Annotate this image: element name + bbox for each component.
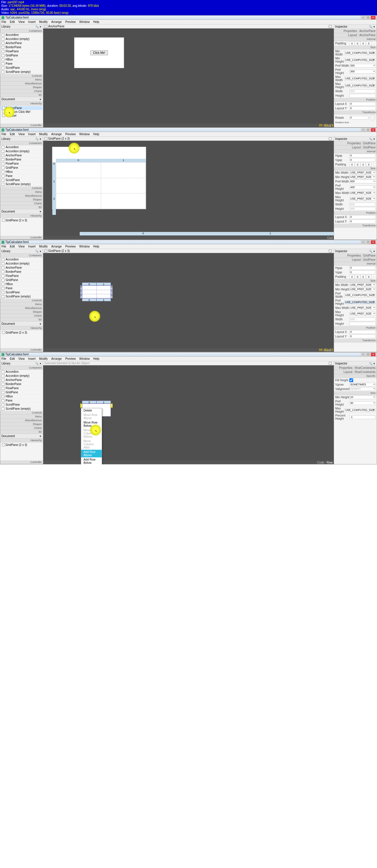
section-properties[interactable]: Properties : GridPane <box>334 142 377 146</box>
lib-item[interactable]: Pane <box>0 174 43 178</box>
titlebar[interactable]: TipCalculator.fxml − □ × <box>0 16 377 20</box>
layoutx-input[interactable]: 0 <box>349 330 376 334</box>
lib-item[interactable]: GridPane <box>0 54 43 58</box>
section-controls[interactable]: Controls <box>0 411 43 415</box>
section-shapes[interactable]: Shapes <box>0 423 43 426</box>
lib-item[interactable]: AnchorPane <box>0 153 43 158</box>
section-containers[interactable]: Containers <box>0 254 43 257</box>
lib-item[interactable]: HBox <box>0 282 43 286</box>
rotate-dial[interactable] <box>370 115 376 121</box>
row-header-2[interactable]: 2 <box>52 197 56 215</box>
section-containers[interactable]: Containers <box>0 142 43 145</box>
click-me-button[interactable]: Click Me! <box>90 50 108 55</box>
section-menu[interactable]: Menu <box>0 303 43 306</box>
padding-left[interactable] <box>366 162 371 166</box>
lib-item[interactable]: BorderPane <box>0 382 43 386</box>
pref-height-input[interactable]: 200 <box>349 70 376 73</box>
menu-edit[interactable]: Edit <box>10 245 15 248</box>
menu-insert[interactable]: Insert <box>28 245 36 248</box>
section-hierarchy[interactable]: Hierarchy <box>0 214 43 218</box>
percent-height-input[interactable]: -1 <box>349 415 376 419</box>
search-icon[interactable]: 🔍 <box>369 362 372 365</box>
max-width-input[interactable]: USE_PREF_SIZE <box>349 191 376 195</box>
lib-item[interactable]: ScrollPane <box>0 290 43 294</box>
menu-icon[interactable]: ▾ <box>39 250 42 253</box>
menu-icon[interactable]: ▾ <box>39 137 42 141</box>
menu-preview[interactable]: Preview <box>65 132 76 136</box>
lib-item[interactable]: AnchorPane <box>0 41 43 45</box>
rotate-input[interactable]: 0 <box>349 116 369 120</box>
menu-icon[interactable]: ▾ <box>373 250 376 253</box>
lib-item[interactable]: Accordion (empty) <box>0 261 43 266</box>
col-header-strip[interactable]: 0 1 <box>82 401 111 404</box>
lib-item[interactable]: HBox <box>0 395 43 399</box>
menu-icon[interactable]: ▾ <box>39 25 42 28</box>
menu-icon[interactable]: ▾ <box>39 362 42 365</box>
pref-width-input[interactable]: USE_COMPUTED_SIZE <box>344 293 376 297</box>
section-charts[interactable]: Charts <box>0 314 43 318</box>
menu-icon[interactable]: ▾ <box>373 362 376 365</box>
padding-right[interactable] <box>355 162 360 166</box>
lib-item[interactable]: BorderPane <box>0 158 43 162</box>
grid-body[interactable] <box>82 285 111 298</box>
padding-left[interactable] <box>366 275 371 279</box>
section-controls[interactable]: Controls <box>0 74 43 78</box>
menu-view[interactable]: View <box>18 132 25 136</box>
section-3d[interactable]: 3D <box>0 430 43 434</box>
padding-bottom[interactable] <box>360 275 366 279</box>
col-header-0[interactable]: 0 <box>56 159 101 162</box>
expand-icon[interactable] <box>329 25 332 28</box>
section-layout[interactable]: Layout : GridPane <box>334 146 377 150</box>
section-shapes[interactable]: Shapes <box>0 86 43 89</box>
lib-item[interactable]: Accordion <box>0 33 43 37</box>
section-charts[interactable]: Charts <box>0 202 43 206</box>
section-menu[interactable]: Menu <box>0 415 43 418</box>
tree-item-gridpane[interactable]: GridPane (2 x 3) <box>1 218 42 222</box>
min-height-input[interactable]: USE_PREF_SIZE <box>349 287 376 291</box>
hgap-input[interactable]: 0 <box>349 154 376 158</box>
padding-top[interactable] <box>349 275 355 279</box>
padding-top[interactable] <box>349 162 355 166</box>
section-shapes[interactable]: Shapes <box>0 310 43 314</box>
lib-item[interactable]: FlowPane <box>0 162 43 166</box>
max-height-input[interactable]: USE_COMPUTED_SIZE <box>344 84 376 88</box>
canvas-area[interactable]: 0 1 0 1 2 0 1 <box>43 141 334 236</box>
vgap-input[interactable]: 0 <box>349 271 376 274</box>
maximize-button[interactable]: □ <box>366 16 371 20</box>
padding-bottom[interactable] <box>360 41 366 45</box>
row-header-1[interactable]: 1 <box>52 180 56 197</box>
lib-item[interactable]: ScrollPane <box>0 66 43 70</box>
section-controls[interactable]: Controls <box>0 299 43 303</box>
lib-item[interactable]: ScrollPane (empty) <box>0 182 43 186</box>
layoutx-input[interactable]: 0 <box>349 215 376 219</box>
menu-window[interactable]: Window <box>79 357 90 360</box>
section-hierarchy[interactable]: Hierarchy <box>0 439 43 442</box>
min-width-input[interactable]: USE_PREF_SIZE <box>349 171 376 175</box>
section-misc[interactable]: Miscellaneous <box>0 418 43 423</box>
menu-file[interactable]: File <box>1 132 6 136</box>
layouty-input[interactable]: 0 <box>349 106 376 110</box>
gridpane-canvas[interactable]: 0 1 0 1 2 0 1 2 <box>80 282 113 301</box>
search-icon[interactable]: 🔍 <box>35 137 38 141</box>
max-width-input[interactable]: USE_PREF_SIZE <box>349 306 376 310</box>
lib-item[interactable]: FlowPane <box>0 274 43 278</box>
section-shapes[interactable]: Shapes <box>0 198 43 202</box>
menu-file[interactable]: File <box>1 357 6 360</box>
lib-item[interactable]: Pane <box>0 286 43 290</box>
row-header-selected-right[interactable] <box>111 404 113 408</box>
pref-width-input[interactable]: 320 <box>349 64 376 68</box>
search-icon[interactable]: 🔍 <box>35 250 38 253</box>
col-header-strip[interactable]: 0 1 <box>56 159 146 162</box>
min-height-input[interactable]: USE_COMPUTED_SIZE <box>344 58 376 62</box>
minimize-button[interactable]: − <box>361 16 366 20</box>
close-button[interactable]: × <box>371 241 376 244</box>
section-misc[interactable]: Miscellaneous <box>0 306 43 310</box>
tree-item-gridpane[interactable]: GridPane (2 x 3) <box>1 331 42 335</box>
col-header-1[interactable]: 1 <box>101 159 146 162</box>
min-width-input[interactable]: USE_COMPUTED_SIZE <box>344 51 376 55</box>
lib-item[interactable]: Accordion <box>0 257 43 261</box>
section-layout[interactable]: Layout : GridPane <box>334 258 377 262</box>
lib-item[interactable]: BorderPane <box>0 45 43 50</box>
ctx-delete[interactable]: Delete <box>81 408 102 413</box>
padding-right[interactable] <box>355 275 360 279</box>
